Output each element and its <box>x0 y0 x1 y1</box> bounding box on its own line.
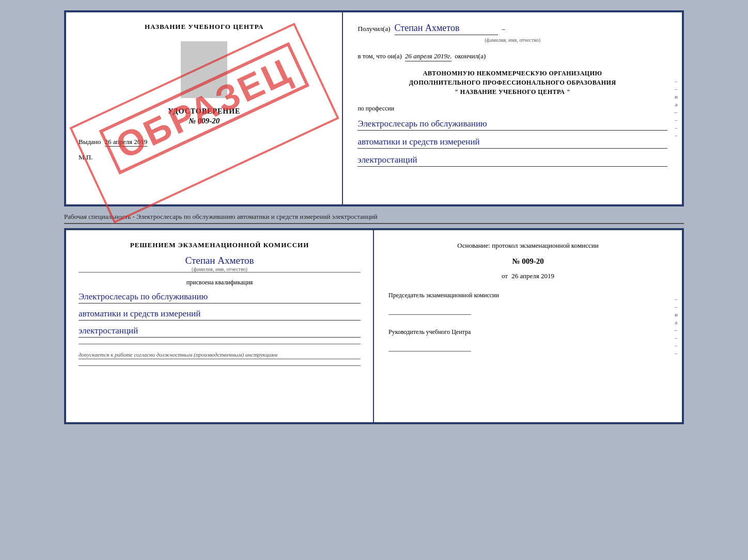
sidebar-char-2: – <box>675 86 677 92</box>
top-certificate: НАЗВАНИЕ УЧЕБНОГО ЦЕНТРА УДОСТОВЕРЕНИЕ №… <box>64 10 684 206</box>
protocol-date-prefix: от <box>502 272 508 280</box>
org-line1: АВТОНОМНУЮ НЕКОММЕРЧЕСКУЮ ОРГАНИЗАЦИЮ <box>357 69 667 78</box>
rukov-signature-line <box>388 351 471 351</box>
dash1: – <box>502 25 506 33</box>
sidebar-char-b8: – <box>675 350 678 356</box>
decision-title: Решением экзаменационной комиссии <box>79 241 361 250</box>
org-line3: " НАЗВАНИЕ УЧЕБНОГО ЦЕНТРА " <box>357 87 667 97</box>
sidebar-char-b2: – <box>675 304 678 310</box>
sidebar-char-3: и <box>675 94 677 100</box>
issued-label: Выдано <box>79 138 101 146</box>
sidebar-char-b6: – <box>675 335 678 341</box>
sidebar-char-b7: – <box>675 343 678 348</box>
kvalif-line2: автоматики и средств измерений <box>79 309 361 321</box>
profession-label: по профессии <box>357 105 667 113</box>
okonchil-label: окончил(а) <box>455 52 486 60</box>
chairman-signature-line <box>388 314 471 315</box>
vtom-date: 26 апреля 2019г. <box>405 52 451 61</box>
cert-bottom-right: Основание: протокол экзаменационной коми… <box>374 230 682 422</box>
protocol-number: № 009-20 <box>388 257 667 266</box>
cert-title: УДОСТОВЕРЕНИЕ <box>168 107 240 116</box>
person-name-bottom: Степан Ахметов <box>79 255 361 266</box>
document-wrapper: НАЗВАНИЕ УЧЕБНОГО ЦЕНТРА УДОСТОВЕРЕНИЕ №… <box>64 10 684 424</box>
rukov-label: Руководитель учебного Центра <box>388 327 667 337</box>
issued-date-value: 26 апреля 2019 <box>105 138 148 147</box>
cert-bottom-left: Решением экзаменационной комиссии Степан… <box>66 230 374 422</box>
org-block: АВТОНОМНУЮ НЕКОММЕРЧЕСКУЮ ОРГАНИЗАЦИЮ ДО… <box>357 69 667 97</box>
org-line2: ДОПОЛНИТЕЛЬНОГО ПРОФЕССИОНАЛЬНОГО ОБРАЗО… <box>357 78 667 87</box>
cert-top-right: Получил(а) Степан Ахметов – (фамилия, им… <box>343 12 682 204</box>
profession-line2: автоматики и средств измерений <box>357 137 667 149</box>
osnov-title: Основание: протокол экзаменационной коми… <box>388 241 667 251</box>
profession-line3: электростанций <box>357 155 667 167</box>
bottom-certificate: Решением экзаменационной комиссии Степан… <box>64 228 684 424</box>
right-sidebar-top: – – и а ← – – – <box>671 12 682 204</box>
fio-hint-bottom: (фамилия, имя, отчество) <box>79 266 361 273</box>
sidebar-char-b4: а <box>675 319 677 325</box>
sidebar-char-b1: – <box>675 296 678 302</box>
vtom-label: в том, что он(а) <box>357 52 402 60</box>
chairman-label: Председатель экзаменационной комиссии <box>388 291 667 300</box>
school-name-top-left: НАЗВАНИЕ УЧЕБНОГО ЦЕНТРА <box>145 23 264 31</box>
dopusk-line: допускается к работе согласно должностны… <box>79 351 361 359</box>
protocol-date-value: 26 апреля 2019 <box>511 272 554 280</box>
recipient-line: Получил(а) Степан Ахметов – <box>357 23 667 35</box>
kvalif-line3: электростанций <box>79 326 361 338</box>
sidebar-char-1: – <box>675 78 677 84</box>
sidebar-char-8: – <box>675 133 677 138</box>
protocol-date: от 26 апреля 2019 <box>388 272 667 280</box>
issued-date-left: Выдано 26 апреля 2019 <box>79 138 330 146</box>
profession-line1: Электрослесарь по обслуживанию <box>357 119 667 131</box>
sidebar-char-7: – <box>675 125 677 131</box>
right-sidebar-bottom: – – и а ← – – – <box>671 230 682 422</box>
sidebar-char-b5: ← <box>674 327 679 333</box>
sidebar-char-6: – <box>675 117 677 123</box>
sidebar-char-4: а <box>675 102 677 107</box>
middle-text: Рабочая специальность - Электрослесарь п… <box>64 211 684 224</box>
prisvoena-label: присвоена квалификация <box>79 279 361 286</box>
photo-placeholder <box>181 41 227 98</box>
cert-number: № 009-20 <box>189 117 220 125</box>
recipient-group: Получил(а) Степан Ахметов – (фамилия, им… <box>357 23 667 43</box>
vtom-line: в том, что он(а) 26 апреля 2019г. окончи… <box>357 52 667 61</box>
person-name-block: Степан Ахметов (фамилия, имя, отчество) <box>79 254 361 273</box>
mp-label: М.П. <box>79 153 330 162</box>
fio-hint-top: (фамилия, имя, отчество) <box>357 37 667 43</box>
bottom-separator <box>79 344 361 344</box>
recipient-name: Степан Ахметов <box>395 23 498 35</box>
poluchil-label: Получил(а) <box>357 25 390 33</box>
sidebar-char-b3: и <box>675 312 677 317</box>
cert-top-left: НАЗВАНИЕ УЧЕБНОГО ЦЕНТРА УДОСТОВЕРЕНИЕ №… <box>66 12 343 204</box>
kvalif-line1: Электрослесарь по обслуживанию <box>79 292 361 303</box>
dopusk-separator <box>79 365 361 366</box>
sidebar-char-5: ← <box>674 109 679 115</box>
